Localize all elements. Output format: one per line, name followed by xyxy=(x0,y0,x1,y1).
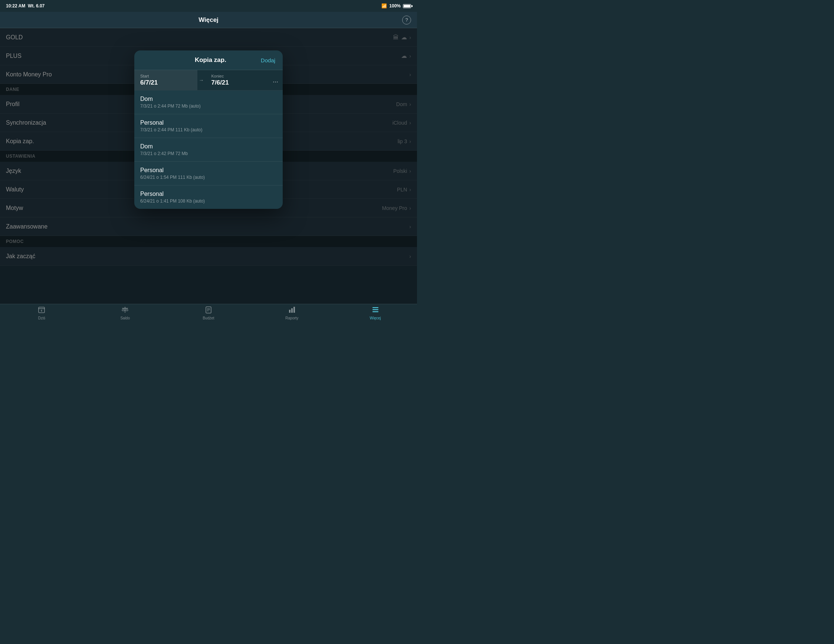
backup-meta: 7/3/21 o 2:44 PM 72 Mb (auto) xyxy=(140,103,277,109)
end-value: 7/6/21 xyxy=(212,79,263,86)
svg-rect-14 xyxy=(291,308,293,313)
tab-saldo[interactable]: Saldo xyxy=(84,304,167,322)
modal-title: Kopia zap. xyxy=(160,56,261,64)
help-button[interactable]: ? xyxy=(402,16,411,24)
tab-bar: 6 Dziś Saldo Budżet xyxy=(0,304,417,322)
svg-rect-17 xyxy=(372,309,378,310)
backup-name: Personal xyxy=(140,167,277,174)
modal-header: Kopia zap. Dodaj xyxy=(134,50,283,70)
tab-raporty-label: Raporty xyxy=(285,316,298,320)
period-end[interactable]: Koniec 7/6/21 xyxy=(205,70,268,90)
svg-rect-15 xyxy=(293,307,295,313)
backup-meta: 6/24/21 o 1:41 PM 108 Kb (auto) xyxy=(140,199,277,204)
backup-meta: 7/3/21 o 2:44 PM 111 Kb (auto) xyxy=(140,127,277,132)
tab-budzet[interactable]: Budżet xyxy=(167,304,251,322)
backup-list: Dom 7/3/21 o 2:44 PM 72 Mb (auto) Person… xyxy=(134,90,283,209)
svg-point-5 xyxy=(122,309,124,311)
backup-item[interactable]: Personal 6/24/21 o 1:54 PM 111 Kb (auto) xyxy=(134,162,283,186)
tab-dzis[interactable]: 6 Dziś xyxy=(0,304,84,322)
chart-icon xyxy=(288,306,296,315)
period-more-button[interactable]: ... xyxy=(268,76,283,84)
battery-icon xyxy=(403,4,411,8)
backup-meta: 7/3/21 o 2:42 PM 72 Mb xyxy=(140,151,277,156)
tab-wiecej[interactable]: Więcej xyxy=(333,304,417,322)
question-icon: ? xyxy=(405,17,408,23)
backup-item[interactable]: Dom 7/3/21 o 2:42 PM 72 Mb xyxy=(134,138,283,162)
status-time: 10:22 AM Wt. 6.07 xyxy=(6,3,45,8)
svg-rect-16 xyxy=(372,307,378,308)
period-start[interactable]: Start 6/7/21 xyxy=(134,70,197,90)
start-value: 6/7/21 xyxy=(140,79,191,86)
period-arrow-icon: → xyxy=(197,77,205,83)
svg-rect-13 xyxy=(289,310,291,313)
tab-raporty[interactable]: Raporty xyxy=(250,304,333,322)
backup-item[interactable]: Personal 6/24/21 o 1:41 PM 108 Kb (auto) xyxy=(134,186,283,209)
calendar-icon: 6 xyxy=(38,306,45,315)
backup-name: Personal xyxy=(140,190,277,197)
backup-modal: Kopia zap. Dodaj Start 6/7/21 → Koniec 7… xyxy=(134,50,283,209)
tab-saldo-label: Saldo xyxy=(120,316,130,320)
end-label: Koniec xyxy=(212,74,263,78)
wifi-icon: 📶 xyxy=(381,3,387,8)
page-title: Więcej xyxy=(199,16,218,24)
battery-percent: 100% xyxy=(389,3,401,8)
tab-wiecej-label: Więcej xyxy=(370,316,381,320)
start-label: Start xyxy=(140,74,191,78)
scale-icon xyxy=(121,306,129,315)
status-bar: 10:22 AM Wt. 6.07 📶 100% xyxy=(0,0,417,12)
status-right: 📶 100% xyxy=(381,3,411,8)
more-icon xyxy=(372,306,379,315)
backup-name: Personal xyxy=(140,119,277,126)
modal-overlay[interactable]: Kopia zap. Dodaj Start 6/7/21 → Koniec 7… xyxy=(0,28,417,304)
backup-name: Dom xyxy=(140,143,277,150)
tab-budzet-label: Budżet xyxy=(202,316,214,320)
svg-point-6 xyxy=(126,309,128,311)
period-selector: Start 6/7/21 → Koniec 7/6/21 ... xyxy=(134,70,283,90)
tab-dzis-label: Dziś xyxy=(38,316,45,320)
modal-add-button[interactable]: Dodaj xyxy=(261,57,275,63)
backup-name: Dom xyxy=(140,96,277,102)
svg-text:6: 6 xyxy=(41,309,42,312)
main-content: GOLD 🏛 ☁ › PLUS ☁ › Konto Money Pro › DA… xyxy=(0,28,417,304)
backup-item[interactable]: Personal 7/3/21 o 2:44 PM 111 Kb (auto) xyxy=(134,114,283,138)
backup-meta: 6/24/21 o 1:54 PM 111 Kb (auto) xyxy=(140,175,277,180)
svg-rect-18 xyxy=(372,311,378,312)
budget-icon xyxy=(205,306,212,315)
backup-item[interactable]: Dom 7/3/21 o 2:44 PM 72 Mb (auto) xyxy=(134,90,283,114)
page-header: Więcej ? xyxy=(0,12,417,28)
